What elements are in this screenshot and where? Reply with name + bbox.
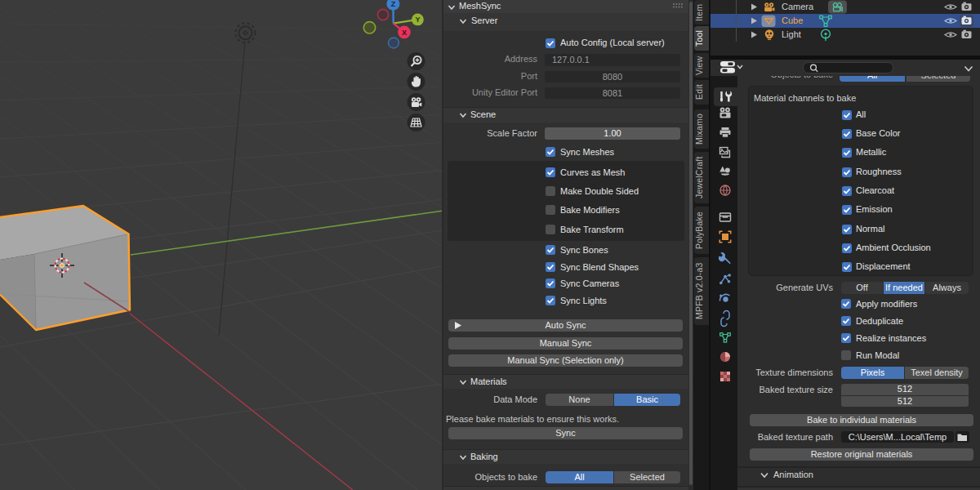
svg-text:X: X (402, 29, 407, 37)
svg-text:Z: Z (391, 0, 396, 8)
svg-text:Y: Y (415, 16, 420, 24)
